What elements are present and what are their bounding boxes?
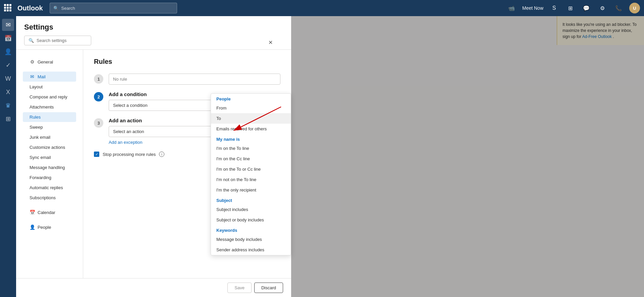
nav-item-people[interactable]: 👤 People [23,222,76,232]
nav-people-label: People [38,225,51,230]
video-icon[interactable]: 📹 [506,3,517,13]
nav-item-customize[interactable]: Customize actions [23,142,76,152]
nav-sweep-label: Sweep [30,125,43,130]
nav-item-junk[interactable]: Junk email [23,132,76,142]
nav-item-rules[interactable]: Rules [23,112,76,122]
info-icon[interactable]: i [159,152,164,157]
general-icon: ⚙ [30,59,35,65]
step-number-3: 3 [94,118,103,128]
rules-title: Rules [94,58,280,66]
dropdown-item-subject-body-includes[interactable]: Subject or body includes [211,215,291,225]
apps-icon[interactable]: ⊞ [565,3,576,13]
step-1-content [109,74,280,85]
top-search-bar[interactable]: 🔍 Search [50,3,177,13]
add-exception-link[interactable]: Add an exception [109,140,142,145]
nav-junk-label: Junk email [30,135,50,140]
dropdown-item-not-to-line[interactable]: I'm not on the To line [211,174,291,185]
nav-item-layout[interactable]: Layout [23,82,76,92]
nav-item-forwarding[interactable]: Forwarding [23,173,76,182]
stop-processing-label: Stop processing more rules [103,152,156,157]
step-number-2: 2 [94,92,103,101]
nav-tasks-icon[interactable]: ✓ [2,59,14,71]
nav-general-label: General [38,59,53,65]
nav-attachments-label: Attachments [30,104,54,110]
nav-compose-label: Compose and reply [30,94,67,99]
nav-calendar-icon[interactable]: 📅 [2,32,14,44]
top-bar-actions: 📹 Meet Now S ⊞ 💬 ⚙ 📞 U [506,3,640,13]
dropdown-category-subject: Subject [211,195,291,204]
nav-auto-replies-label: Automatic replies [30,185,63,190]
avatar[interactable]: U [629,3,640,13]
nav-customize-label: Customize actions [30,145,65,150]
settings-nav: ⚙ General ✉ Mail Layout [16,50,83,278]
phone-icon[interactable]: 📞 [613,3,624,13]
dropdown-scroll-area[interactable]: People From To Emails received for other… [211,94,291,255]
nav-calendar-label: Calendar [38,210,55,215]
dropdown-item-sender-address[interactable]: Sender address includes [211,245,291,255]
dropdown-item-on-to-line[interactable]: I'm on the To line [211,143,291,154]
nav-section-calendar: 📅 Calendar [16,204,83,219]
mail-icon: ✉ [30,74,35,79]
nav-crown-icon[interactable]: ♛ [2,99,14,112]
save-button[interactable]: Save [227,283,252,293]
dropdown-item-subject-includes[interactable]: Subject includes [211,204,291,215]
dropdown-item-message-body[interactable]: Message body includes [211,234,291,245]
nav-layout-label: Layout [30,84,43,89]
meet-now-label: Meet Now [522,5,543,11]
dropdown-item-to[interactable]: To [211,113,291,124]
nav-forwarding-label: Forwarding [30,175,51,180]
nav-people-icon[interactable]: 👤 [2,46,14,58]
search-icon: 🔍 [29,38,34,43]
close-settings-button[interactable]: ✕ [266,38,275,47]
nav-sync-label: Sync email [30,155,51,160]
search-label: Search [61,6,75,11]
icon-bar: ✉ 📅 👤 ✓ W X ♛ ⊞ [0,16,16,297]
nav-item-message-handling[interactable]: Message handling [23,163,76,172]
nav-word-icon[interactable]: W [2,73,14,85]
nav-item-auto-replies[interactable]: Automatic replies [23,183,76,193]
nav-item-calendar[interactable]: 📅 Calendar [23,207,76,217]
settings-icon[interactable]: ⚙ [597,3,608,13]
action-placeholder: Select an action [113,129,144,134]
nav-item-general[interactable]: ⚙ General [23,57,76,67]
settings-header: Settings 🔍 Search settings [16,16,291,50]
nav-item-mail[interactable]: ✉ Mail [23,72,76,82]
nav-mail-icon[interactable]: ✉ [2,19,14,31]
settings-search-label: Search settings [37,38,67,43]
nav-rules-label: Rules [30,115,41,120]
nav-mail-label: Mail [38,74,46,79]
app-grid-icon[interactable] [4,4,12,12]
nav-item-sweep[interactable]: Sweep [23,122,76,132]
dropdown-category-people: People [211,94,291,103]
dropdown-item-only-recipient[interactable]: I'm the only recipient [211,185,291,195]
dropdown-item-on-cc-line[interactable]: I'm on the Cc line [211,154,291,164]
nav-item-subscriptions[interactable]: Subscriptions [23,193,76,203]
discard-button[interactable]: Discard [254,283,283,293]
condition-placeholder: Select a condition [113,103,148,108]
top-bar: Outlook 🔍 Search 📹 Meet Now S ⊞ 💬 ⚙ 📞 U [0,0,644,16]
rule-name-input[interactable] [109,74,280,85]
nav-section-mail: ✉ Mail Layout Compose and reply Attachme… [16,69,83,204]
dropdown-item-from[interactable]: From [211,103,291,113]
nav-subscriptions-label: Subscriptions [30,195,56,200]
nav-message-handling-label: Message handling [30,165,65,170]
dropdown-item-on-to-cc-line[interactable]: I'm on the To or Cc line [211,164,291,174]
feedback-icon[interactable]: 💬 [581,3,592,13]
stop-processing-checkbox[interactable]: ✓ [94,152,99,157]
settings-title: Settings [24,23,283,32]
condition-dropdown-popup: People From To Emails received for other… [211,93,291,255]
nav-section-general: ⚙ General [16,54,83,69]
nav-item-sync[interactable]: Sync email [23,153,76,162]
nav-excel-icon[interactable]: X [2,86,14,98]
content-area: ☰ Focused + New mail It looks like you'r… [16,16,644,297]
dropdown-item-emails-received[interactable]: Emails received for others [211,124,291,134]
nav-apps-icon[interactable]: ⊞ [2,113,14,125]
skype-icon[interactable]: S [549,3,559,13]
nav-item-attachments[interactable]: Attachments [23,102,76,112]
app-logo: Outlook [17,4,43,12]
rule-step-1: 1 [94,74,280,85]
step-number-1: 1 [94,74,103,84]
main-layout: ✉ 📅 👤 ✓ W X ♛ ⊞ ☰ Focused + New mail [0,16,644,297]
nav-item-compose[interactable]: Compose and reply [23,92,76,102]
settings-search[interactable]: 🔍 Search settings [24,36,91,45]
